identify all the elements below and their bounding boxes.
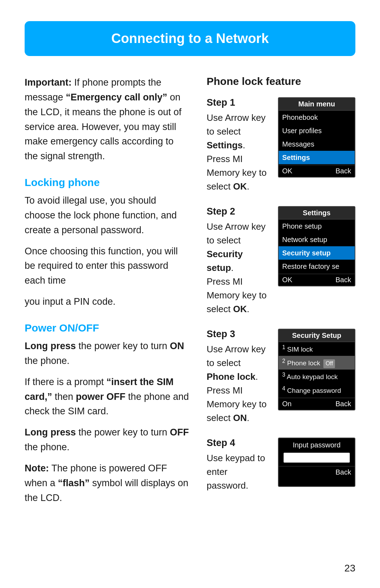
step-4-desc: Use keypad to enter password. xyxy=(207,451,270,493)
step-2-text: Step 2 Use Arrow key to select Security … xyxy=(207,206,270,316)
power-on-off-heading: Power ON/OFF xyxy=(25,322,189,334)
step-3-screen-title: Security Setup xyxy=(279,329,355,342)
step-1-ok-label: OK xyxy=(282,167,292,175)
step-1-screen: Main menu Phonebook User profiles Messag… xyxy=(278,97,355,178)
step-3-screen: Security Setup 1 SIM lock 2 Phone lock O… xyxy=(278,329,355,410)
step-3-screen-bottom: On Back xyxy=(279,398,355,410)
phone-lock-feature-heading: Phone lock feature xyxy=(207,75,355,87)
step-3-item-phonelock: 2 Phone lock Off xyxy=(279,356,355,370)
step-4-screen: Input password Back xyxy=(278,438,355,487)
step-1-screen-bottom: OK Back xyxy=(279,165,355,177)
step-2-desc: Use Arrow key to select Security setup.P… xyxy=(207,220,270,316)
step-2-item-securitysetup: Security setup xyxy=(279,246,355,260)
page-header: Connecting to a Network xyxy=(25,21,355,56)
content-columns: Important: If phone prompts the message … xyxy=(25,75,355,512)
right-column: Phone lock feature Step 1 Use Arrow key … xyxy=(207,75,355,505)
locking-phone-para3: you input a PIN code. xyxy=(25,295,189,309)
step-4-back-label: Back xyxy=(336,468,351,476)
left-column: Important: If phone prompts the message … xyxy=(25,75,189,512)
step-3-back-label: Back xyxy=(336,400,351,408)
step-2-block: Step 2 Use Arrow key to select Security … xyxy=(207,206,355,316)
step-3-item-autokeypad: 3 Auto keypad lock xyxy=(279,370,355,383)
step-4-label: Step 4 xyxy=(207,438,270,448)
step-2-item-restore: Restore factory se xyxy=(279,260,355,273)
step-3-text: Step 3 Use Arrow key to select Phone loc… xyxy=(207,329,270,425)
page-number: 23 xyxy=(344,563,355,574)
step-1-item-messages: Messages xyxy=(279,137,355,151)
phone-lock-off-badge: Off xyxy=(323,359,335,368)
step-1-block: Step 1 Use Arrow key to select Settings.… xyxy=(207,97,355,193)
step-4-block: Step 4 Use keypad to enter password. Inp… xyxy=(207,438,355,493)
step-2-screen-title: Settings xyxy=(279,207,355,219)
step-2-back-label: Back xyxy=(336,276,351,284)
step-3-item-changepassword: 4 Change password xyxy=(279,383,355,397)
step-1-label: Step 1 xyxy=(207,97,270,108)
step-4-text: Step 4 Use keypad to enter password. xyxy=(207,438,270,493)
locking-phone-para2: Once choosing this function, you will be… xyxy=(25,244,189,289)
locking-phone-para1: To avoid illegal use, you should choose … xyxy=(25,193,189,238)
insert-sim-text: If there is a prompt “insert the SIM car… xyxy=(25,375,189,419)
power-off-text: Long press the power key to turn OFF the… xyxy=(25,425,189,455)
step-1-text: Step 1 Use Arrow key to select Settings.… xyxy=(207,97,270,193)
page-container: Connecting to a Network Important: If ph… xyxy=(0,0,380,540)
emergency-call-label: “Emergency call only” xyxy=(66,92,167,103)
page-title: Connecting to a Network xyxy=(39,31,341,46)
step-4-screen-title: Input password xyxy=(279,438,355,451)
step-1-desc: Use Arrow key to select Settings.Press M… xyxy=(207,111,270,193)
step-2-label: Step 2 xyxy=(207,206,270,217)
step-2-ok-label: OK xyxy=(282,276,292,284)
step-3-label: Step 3 xyxy=(207,329,270,340)
step-2-screen-bottom: OK Back xyxy=(279,274,355,286)
step-1-screen-title: Main menu xyxy=(279,98,355,111)
step-1-item-phonebook: Phonebook xyxy=(279,111,355,124)
step-4-screen-bottom: Back xyxy=(279,466,355,478)
step-1-back-label: Back xyxy=(336,167,351,175)
step-2-item-networksetup: Network setup xyxy=(279,233,355,246)
important-paragraph: Important: If phone prompts the message … xyxy=(25,75,189,164)
step-2-screen: Settings Phone setup Network setup Secur… xyxy=(278,206,355,286)
important-label: Important: xyxy=(25,77,71,88)
step-3-block: Step 3 Use Arrow key to select Phone loc… xyxy=(207,329,355,425)
locking-phone-heading: Locking phone xyxy=(25,177,189,188)
step-1-item-settings: Settings xyxy=(279,151,355,164)
step-2-item-phonesetup: Phone setup xyxy=(279,219,355,233)
step-3-item-simlock: 1 SIM lock xyxy=(279,342,355,356)
step-4-input-field[interactable] xyxy=(284,453,350,463)
step-3-on-label: On xyxy=(282,400,292,408)
note-text: Note: The phone is powered OFF when a “f… xyxy=(25,461,189,506)
step-1-item-userprofiles: User profiles xyxy=(279,124,355,137)
power-on-text: Long press the power key to turn ON the … xyxy=(25,339,189,369)
step-3-desc: Use Arrow key to select Phone lock.Press… xyxy=(207,342,270,425)
